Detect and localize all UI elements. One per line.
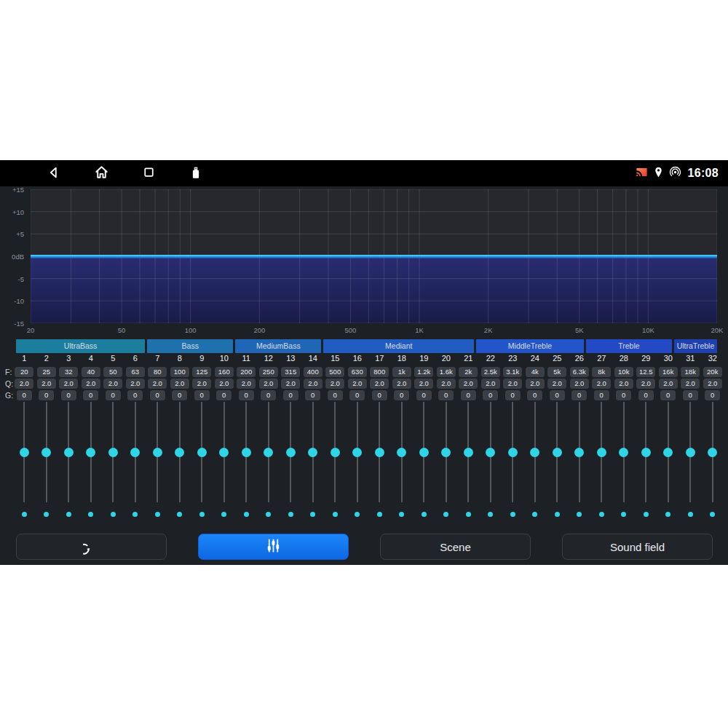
band-slider-knob[interactable] (242, 448, 251, 457)
band-slider-knob[interactable] (686, 448, 695, 457)
band-slider[interactable] (413, 402, 435, 502)
band-dot[interactable] (665, 512, 670, 517)
band-slider[interactable] (546, 402, 569, 502)
band-slider[interactable] (590, 402, 613, 502)
band-slider-knob[interactable] (308, 448, 317, 457)
band-slider[interactable] (280, 402, 302, 502)
band-slider-knob[interactable] (219, 448, 229, 457)
band-slider[interactable] (347, 402, 369, 502)
band-slider-knob[interactable] (553, 448, 562, 457)
band-slider[interactable] (169, 402, 191, 502)
band-dot[interactable] (488, 512, 493, 517)
reset-button[interactable] (16, 534, 167, 560)
band-slider-knob[interactable] (86, 448, 95, 457)
band-slider[interactable] (80, 402, 103, 502)
band-slider-knob[interactable] (464, 448, 473, 457)
band-slider[interactable] (569, 402, 591, 502)
band-slider-knob[interactable] (397, 448, 406, 457)
band-slider-knob[interactable] (441, 448, 451, 457)
band-dot[interactable] (88, 512, 93, 517)
back-button[interactable] (45, 165, 63, 182)
band-dot[interactable] (555, 512, 560, 517)
band-dot[interactable] (466, 512, 471, 517)
band-slider[interactable] (368, 402, 391, 502)
band-slider-knob[interactable] (130, 448, 140, 457)
band-dot[interactable] (132, 512, 138, 517)
band-slider[interactable] (58, 402, 80, 502)
band-slider[interactable] (191, 402, 213, 502)
band-dot[interactable] (155, 512, 160, 517)
band-slider[interactable] (502, 402, 524, 502)
band-dot[interactable] (599, 512, 604, 517)
band-dot[interactable] (22, 512, 27, 517)
band-dot[interactable] (688, 512, 693, 517)
band-slider-knob[interactable] (641, 448, 651, 457)
band-slider[interactable] (635, 402, 657, 502)
band-slider-knob[interactable] (286, 448, 296, 457)
band-slider[interactable] (36, 402, 58, 502)
band-dot[interactable] (177, 512, 182, 517)
band-dot[interactable] (399, 512, 404, 517)
band-slider[interactable] (435, 402, 458, 502)
home-button[interactable] (92, 165, 110, 182)
band-slider[interactable] (146, 402, 169, 502)
band-slider-knob[interactable] (375, 448, 384, 457)
band-slider-knob[interactable] (264, 448, 273, 457)
band-slider-knob[interactable] (352, 448, 362, 457)
band-dot[interactable] (422, 512, 427, 517)
band-slider-knob[interactable] (619, 448, 628, 457)
band-dot[interactable] (644, 512, 649, 517)
band-dot[interactable] (310, 512, 315, 517)
band-slider[interactable] (258, 402, 280, 502)
band-slider-knob[interactable] (419, 448, 429, 457)
band-slider-knob[interactable] (197, 448, 207, 457)
band-dot[interactable] (355, 512, 360, 517)
band-dot[interactable] (333, 512, 338, 517)
band-slider[interactable] (657, 402, 680, 502)
scene-button[interactable]: Scene (380, 534, 531, 560)
band-slider-knob[interactable] (574, 448, 584, 457)
band-dot[interactable] (510, 512, 515, 517)
band-slider-knob[interactable] (108, 448, 118, 457)
band-dot[interactable] (577, 512, 582, 517)
equalizer-button[interactable] (198, 534, 349, 560)
band-slider[interactable] (480, 402, 502, 502)
band-slider-knob[interactable] (331, 448, 340, 457)
band-slider-knob[interactable] (486, 448, 495, 457)
band-dot[interactable] (710, 512, 715, 517)
band-slider[interactable] (302, 402, 325, 502)
band-slider-knob[interactable] (41, 448, 51, 457)
band-slider[interactable] (213, 402, 236, 502)
band-slider[interactable] (324, 402, 347, 502)
band-slider-knob[interactable] (508, 448, 518, 457)
band-slider[interactable] (457, 402, 480, 502)
band-slider-knob[interactable] (153, 448, 162, 457)
band-dot[interactable] (221, 512, 226, 517)
band-dot[interactable] (199, 512, 205, 517)
band-slider-knob[interactable] (64, 448, 74, 457)
band-dot[interactable] (288, 512, 293, 517)
band-slider[interactable] (235, 402, 258, 502)
band-dot[interactable] (244, 512, 249, 517)
band-slider[interactable] (613, 402, 636, 502)
band-slider[interactable] (124, 402, 147, 502)
band-dot[interactable] (621, 512, 626, 517)
band-dot[interactable] (377, 512, 382, 517)
band-dot[interactable] (44, 512, 49, 517)
band-slider[interactable] (679, 402, 702, 502)
band-slider[interactable] (13, 402, 36, 502)
band-slider-knob[interactable] (663, 448, 673, 457)
band-dot[interactable] (532, 512, 537, 517)
band-dot[interactable] (443, 512, 448, 517)
band-slider-knob[interactable] (530, 448, 539, 457)
sound-field-button[interactable]: Sound field (562, 534, 713, 560)
band-slider-knob[interactable] (20, 448, 29, 457)
usb-button[interactable] (187, 165, 205, 182)
recents-button[interactable] (140, 165, 157, 182)
band-dot[interactable] (111, 512, 116, 517)
band-slider[interactable] (524, 402, 547, 502)
band-slider[interactable] (391, 402, 414, 502)
band-dot[interactable] (266, 512, 271, 517)
band-slider-knob[interactable] (597, 448, 606, 457)
band-slider-knob[interactable] (175, 448, 184, 457)
